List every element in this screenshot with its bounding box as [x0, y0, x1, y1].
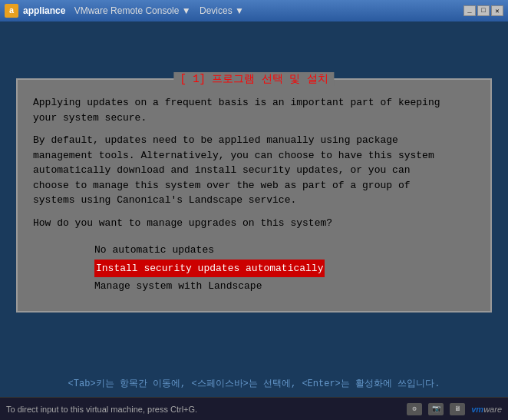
terminal-box: [ 1] 프로그램 선택 및 설치 Applying updates on a …	[16, 78, 492, 312]
close-button[interactable]: ✕	[491, 5, 503, 16]
taskbar-right: ⚙ 📷 🖥 vmware	[407, 403, 502, 415]
window-controls: _ □ ✕	[463, 5, 503, 16]
maximize-button[interactable]: □	[477, 5, 490, 16]
app-name: appliance	[23, 5, 65, 16]
main-window: a appliance VMware Remote Console ▼ Devi…	[0, 0, 508, 420]
taskbar-icon-1: ⚙	[407, 403, 422, 415]
option-no-updates[interactable]: No automatic updates	[94, 241, 475, 259]
paragraph-1: Applying updates on a frequent basis is …	[33, 95, 475, 125]
taskbar-icon-3: 🖥	[450, 403, 465, 415]
vmware-logo: vmware	[471, 405, 502, 414]
terminal-content: Applying updates on a frequent basis is …	[33, 95, 475, 295]
minimize-button[interactable]: _	[463, 5, 476, 16]
paragraph-2: By default, updates need to be applied m…	[33, 133, 475, 208]
option-security-updates[interactable]: Install security updates automatically	[94, 260, 325, 277]
menu-options: No automatic updates Install security up…	[33, 241, 475, 295]
taskbar-icon-2: 📷	[428, 403, 444, 415]
terminal-title: [ 1] 프로그램 선택 및 설치	[173, 72, 334, 86]
paragraph-3: How do you want to manage upgrades on th…	[33, 216, 475, 231]
main-content: [ 1] 프로그램 선택 및 설치 Applying updates on a …	[0, 21, 508, 369]
menu-devices[interactable]: Devices ▼	[200, 5, 244, 16]
title-bar: a appliance VMware Remote Console ▼ Devi…	[0, 0, 508, 21]
title-bar-text: appliance VMware Remote Console ▼ Device…	[23, 5, 459, 16]
keyboard-help-text: <Tab>키는 항목간 이동에, <스페이스바>는 선택에, <Enter>는 …	[8, 377, 500, 390]
option-landscape[interactable]: Manage system with Landscape	[94, 277, 475, 295]
taskbar-hint: To direct input to this virtual machine,…	[6, 405, 401, 414]
menu-vmware-remote-console[interactable]: VMware Remote Console ▼	[74, 5, 191, 16]
taskbar: To direct input to this virtual machine,…	[0, 397, 508, 420]
app-icon: a	[5, 4, 18, 18]
status-bar: <Tab>키는 항목간 이동에, <스페이스바>는 선택에, <Enter>는 …	[0, 369, 508, 397]
